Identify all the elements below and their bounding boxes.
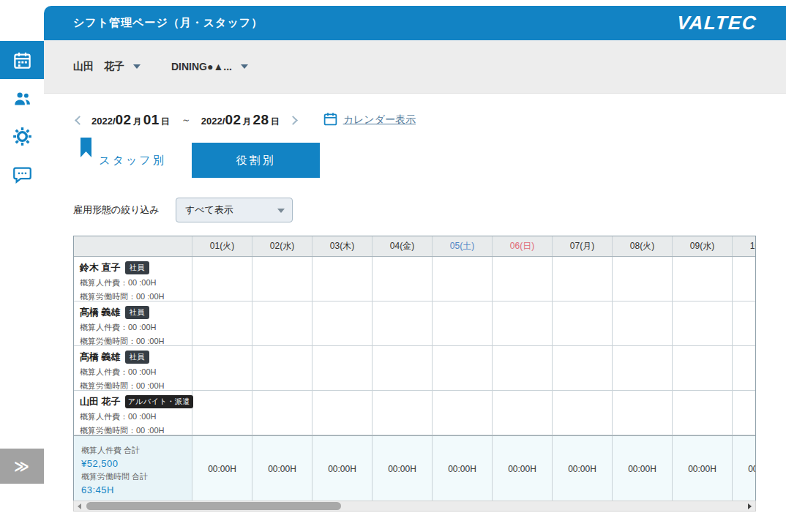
- shift-cell[interactable]: [252, 346, 312, 390]
- shift-cell[interactable]: [553, 301, 613, 345]
- staff-row: 鈴木 直子社員 概算人件費：00 :00H 概算労働時間：00 :00H: [74, 257, 756, 301]
- shift-cell[interactable]: [192, 391, 252, 435]
- staff-hours: 概算労働時間：00 :00H: [80, 336, 186, 347]
- shift-cell[interactable]: [733, 257, 756, 301]
- day-header: 05(土): [433, 236, 493, 256]
- shift-cell[interactable]: [673, 257, 733, 301]
- user-store-bar: 山田 花子 DINING●▲...: [44, 40, 786, 94]
- summary-total-cell: 00:00H: [733, 436, 756, 501]
- shift-table: 01(火)02(水)03(木)04(金)05(土)06(日)07(月)08(火)…: [73, 236, 756, 502]
- shift-cell[interactable]: [433, 301, 493, 345]
- table-horizontal-scrollbar: [73, 501, 756, 512]
- calendar-icon: [323, 111, 338, 130]
- shift-cell[interactable]: [373, 301, 433, 345]
- shift-cell[interactable]: [433, 257, 493, 301]
- shift-cell[interactable]: [613, 257, 673, 301]
- shift-cell[interactable]: [192, 257, 252, 301]
- day-header: 02(水): [252, 236, 312, 256]
- sidebar-item-settings[interactable]: [0, 117, 44, 155]
- valtec-logo: VALTEC: [676, 12, 757, 34]
- shift-cell[interactable]: [553, 391, 613, 435]
- day-header: 01(火): [192, 236, 252, 256]
- employment-filter: 雇用形態の絞り込み すべて表示: [73, 198, 293, 222]
- shift-cell[interactable]: [252, 257, 312, 301]
- employment-badge: 社員: [125, 306, 149, 319]
- employment-filter-label: 雇用形態の絞り込み: [73, 203, 160, 217]
- shift-cell[interactable]: [493, 257, 553, 301]
- shift-cell[interactable]: [312, 346, 373, 390]
- day-header: 03(木): [312, 236, 373, 256]
- employment-filter-select[interactable]: すべて表示: [176, 198, 293, 222]
- shift-cell[interactable]: [373, 391, 433, 435]
- shift-cell[interactable]: [252, 391, 312, 435]
- triangle-right-icon: [748, 503, 752, 509]
- shift-cell[interactable]: [373, 257, 433, 301]
- shift-cell[interactable]: [553, 257, 613, 301]
- tab-by-staff[interactable]: スタッフ別: [73, 143, 192, 178]
- top-header: シフト管理ページ（月・スタッフ） VALTEC: [44, 6, 786, 40]
- day-header: 07(月): [553, 236, 613, 256]
- shift-cell[interactable]: [493, 391, 553, 435]
- shift-cell[interactable]: [493, 346, 553, 390]
- summary-total-cell: 00:00H: [192, 436, 252, 501]
- shift-cell[interactable]: [673, 346, 733, 390]
- summary-total-cell: 00:00H: [433, 436, 493, 501]
- staff-info-cell: 鈴木 直子社員 概算人件費：00 :00H 概算労働時間：00 :00H: [74, 257, 192, 301]
- staff-row: 髙橋 義雄社員 概算人件費：00 :00H 概算労働時間：00 :00H: [74, 346, 756, 391]
- shift-cell[interactable]: [252, 301, 312, 345]
- sidebar-item-staff[interactable]: [0, 79, 44, 117]
- shift-cell[interactable]: [493, 301, 553, 345]
- shift-cell[interactable]: [312, 301, 373, 345]
- shift-cell[interactable]: [192, 346, 252, 390]
- chevron-right-icon: [288, 116, 298, 125]
- staff-name: 髙橋 義雄: [80, 351, 121, 364]
- scrollbar-thumb[interactable]: [86, 502, 341, 510]
- shift-cell[interactable]: [673, 301, 733, 345]
- shift-cell[interactable]: [553, 346, 613, 390]
- scroll-left-button[interactable]: [74, 501, 85, 511]
- staff-hours: 概算労働時間：00 :00H: [80, 291, 186, 302]
- summary-total-cell: 00:00H: [493, 436, 553, 501]
- tab-by-role[interactable]: 役割別: [192, 143, 320, 178]
- sidebar-expand-button[interactable]: ≫: [0, 449, 44, 484]
- shift-cell[interactable]: [613, 346, 673, 390]
- summary-total-cell: 00:00H: [553, 436, 613, 501]
- triangle-left-icon: [78, 503, 81, 509]
- shift-cell[interactable]: [613, 301, 673, 345]
- summary-total-cell: 00:00H: [312, 436, 373, 501]
- summary-total-cell: 00:00H: [613, 436, 673, 501]
- staff-info-cell: 山田 花子アルバイト・派遣 概算人件費：00 :00H 概算労働時間：00 :0…: [74, 391, 192, 435]
- summary-row: 概算人件費 合計 ¥52,500 概算労働時間 合計 63:45H 00:00H…: [74, 435, 756, 501]
- chevron-down-icon: [241, 64, 248, 69]
- summary-cost-value: ¥52,500: [81, 458, 184, 469]
- shift-cell[interactable]: [192, 301, 252, 345]
- shift-cell[interactable]: [433, 391, 493, 435]
- shift-cell[interactable]: [312, 391, 373, 435]
- view-tabs: スタッフ別 役割別: [73, 143, 320, 178]
- calendar-icon: [12, 50, 32, 70]
- shift-cell[interactable]: [312, 257, 373, 301]
- shift-cell[interactable]: [673, 391, 733, 435]
- staff-info-cell: 髙橋 義雄社員 概算人件費：00 :00H 概算労働時間：00 :00H: [74, 346, 192, 390]
- day-header: 08(火): [613, 236, 673, 256]
- shift-cell[interactable]: [373, 346, 433, 390]
- staff-cost: 概算人件費：00 :00H: [80, 322, 186, 333]
- prev-month-button[interactable]: [73, 114, 86, 127]
- summary-total-cell: 00:00H: [252, 436, 312, 501]
- day-header: 09(水): [673, 236, 733, 256]
- shift-cell[interactable]: [733, 301, 756, 345]
- scroll-right-button[interactable]: [744, 501, 755, 511]
- scrollbar-track[interactable]: [85, 501, 744, 511]
- shift-cell[interactable]: [613, 391, 673, 435]
- store-dropdown[interactable]: DINING●▲...: [171, 61, 248, 72]
- shift-cell[interactable]: [733, 391, 756, 435]
- employment-badge: 社員: [125, 261, 149, 274]
- sidebar-item-shift-calendar[interactable]: [0, 41, 44, 79]
- shift-cell[interactable]: [733, 346, 756, 390]
- staff-row: 山田 花子アルバイト・派遣 概算人件費：00 :00H 概算労働時間：00 :0…: [74, 391, 756, 435]
- sidebar-item-messages[interactable]: [0, 155, 44, 193]
- calendar-view-link[interactable]: カレンダー表示: [323, 111, 416, 130]
- user-dropdown[interactable]: 山田 花子: [73, 60, 141, 73]
- next-month-button[interactable]: [287, 114, 299, 127]
- shift-cell[interactable]: [433, 346, 493, 390]
